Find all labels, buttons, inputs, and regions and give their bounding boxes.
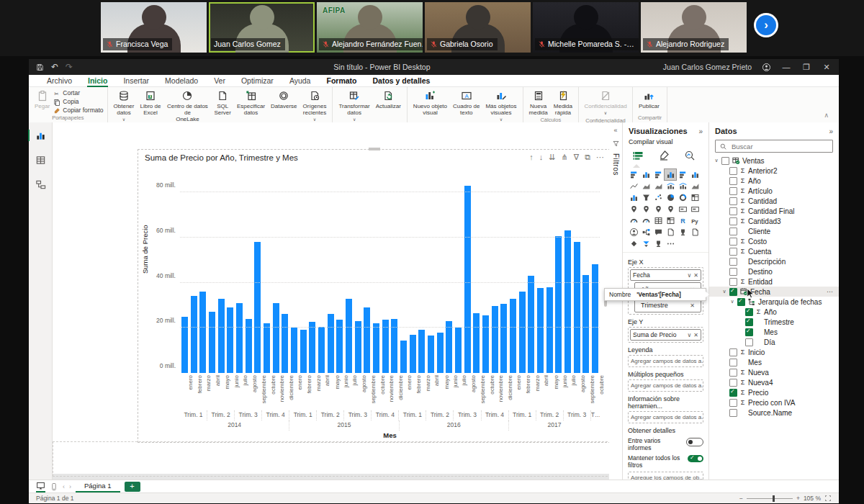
tree-row-entidad[interactable]: ΣEntidad <box>709 276 839 287</box>
field-checkbox[interactable] <box>729 228 737 235</box>
tree-row-día[interactable]: Día <box>709 337 839 347</box>
power-apps-visual-icon[interactable] <box>628 238 639 249</box>
ribbon-publicar-button[interactable]: Publicar <box>636 89 662 110</box>
ribbon-transformar-datos-button[interactable]: Transformardatos ∨ <box>336 89 372 124</box>
well-placeholder[interactable]: Agregar campos de datos a... <box>628 379 703 392</box>
bar[interactable] <box>418 330 425 373</box>
line-clustered-column-visual-icon[interactable] <box>677 181 688 192</box>
menu-tab-ver[interactable]: Ver <box>206 76 233 86</box>
well-placeholder[interactable]: Agregar campos de datos a... <box>628 355 703 367</box>
bar[interactable] <box>236 303 243 373</box>
filter-icon[interactable]: ∇ <box>574 153 579 162</box>
bar[interactable] <box>328 314 334 373</box>
bar[interactable] <box>455 328 462 373</box>
ribbon-orígenes-recientes-button[interactable]: Orígenesrecientes ∨ <box>301 89 329 124</box>
bar[interactable] <box>437 333 444 373</box>
bar[interactable] <box>510 299 516 374</box>
tree-row-inicio[interactable]: ΣInicio <box>709 347 839 357</box>
drill-down-icon[interactable]: ↓ <box>539 153 544 162</box>
ribbon-especificar-datos-button[interactable]: Especificardatos <box>235 89 267 117</box>
python-visual-icon[interactable]: Py <box>689 215 701 226</box>
field-checkbox[interactable] <box>729 288 737 296</box>
ribbon-nueva-medida-button[interactable]: Nuevamedida <box>527 89 550 117</box>
next-participants-button[interactable]: › <box>756 15 776 35</box>
bar[interactable] <box>482 315 489 373</box>
azure-map-visual-icon[interactable] <box>665 204 676 215</box>
more-options-icon[interactable]: ⋯ <box>827 288 839 295</box>
ribbon-obtener-datos-button[interactable]: Obtenerdatos ∨ <box>112 89 137 124</box>
field-checkbox[interactable] <box>729 399 737 407</box>
ribbon-actualizar-button[interactable]: Actualizar <box>374 89 403 110</box>
paginated-report-visual-icon[interactable] <box>689 227 701 238</box>
tree-row-nueva[interactable]: ΣNueva <box>709 367 839 377</box>
gauge-visual-icon[interactable] <box>640 215 652 226</box>
field-checkbox[interactable] <box>729 187 737 195</box>
field-checkbox[interactable] <box>729 348 737 356</box>
bar[interactable] <box>300 330 307 373</box>
field-checkbox[interactable] <box>729 207 737 215</box>
menu-tab-ayuda[interactable]: Ayuda <box>282 76 319 86</box>
more-options-icon[interactable]: ⋯ <box>596 153 604 162</box>
bar[interactable] <box>574 242 580 373</box>
line-visual-icon[interactable] <box>628 181 639 192</box>
zoom-out-icon[interactable]: − <box>739 495 743 502</box>
more-visual-icon[interactable] <box>665 238 676 249</box>
zoom-slider-knob[interactable] <box>773 495 775 502</box>
metrics-visual-icon[interactable] <box>677 227 688 238</box>
100-bar-visual-icon[interactable] <box>677 169 688 180</box>
area-visual-icon[interactable] <box>640 181 652 192</box>
tree-row-mes[interactable]: Mes <box>709 357 839 367</box>
tree-row-source-name[interactable]: Source.Name <box>709 408 839 418</box>
bar[interactable] <box>209 312 215 373</box>
field-checkbox[interactable] <box>729 359 737 366</box>
bar[interactable] <box>473 313 480 373</box>
participant-tile[interactable]: Alejandro Rodriguez <box>641 2 747 53</box>
add-page-button[interactable]: + <box>125 482 140 492</box>
field-pill[interactable]: Fecha∨✕ <box>630 269 701 281</box>
report-canvas[interactable]: Suma de Precio por Año, Trimestre y Mes … <box>53 122 609 480</box>
bar[interactable] <box>400 341 407 373</box>
tree-row-cliente[interactable]: Cliente <box>709 226 839 236</box>
goals-visual-icon[interactable] <box>652 238 664 249</box>
field-checkbox[interactable] <box>729 369 737 377</box>
pill-remove-icon[interactable]: ✕ <box>693 332 698 338</box>
ribbon-nuevo-objeto-visual-button[interactable]: Nuevo objetovisual <box>411 89 449 117</box>
expand-caret-icon[interactable]: ∨ <box>729 299 735 305</box>
bar[interactable] <box>428 336 434 373</box>
kpi-visual-icon[interactable] <box>628 215 639 226</box>
minimize-button[interactable]: — <box>781 63 791 71</box>
multi-row-card-visual-icon[interactable] <box>689 204 701 215</box>
bar[interactable] <box>336 320 343 373</box>
tree-row-precio[interactable]: ΣPrecio <box>709 387 839 397</box>
menu-tab-inicio[interactable]: Inicio <box>80 76 115 86</box>
scatter-visual-icon[interactable] <box>652 192 664 203</box>
pill-dropdown-icon[interactable]: ∨ <box>687 332 691 338</box>
field-checkbox[interactable] <box>745 338 753 346</box>
expand-caret-icon[interactable]: ∨ <box>721 289 727 294</box>
drag-handle-top[interactable] <box>369 148 380 150</box>
expand-caret-icon[interactable]: ∨ <box>714 158 719 163</box>
bar[interactable] <box>592 264 598 373</box>
bar[interactable] <box>218 299 225 374</box>
bar[interactable] <box>282 314 288 373</box>
menu-tab-insertar[interactable]: Insertar <box>115 76 157 86</box>
desktop-layout-icon[interactable] <box>36 481 45 492</box>
participant-tile[interactable]: Gabriela Osorio <box>425 2 531 53</box>
search-input[interactable] <box>730 142 829 151</box>
pill-remove-icon[interactable]: ✕ <box>693 272 698 279</box>
bar[interactable] <box>254 242 261 373</box>
menu-tab-datos-y-detalles[interactable]: Datos y detalles <box>364 76 438 86</box>
ribbon-cuadro-de-texto-button[interactable]: ACuadro detexto <box>451 89 482 117</box>
mobile-layout-icon[interactable] <box>50 482 58 491</box>
donut-visual-icon[interactable] <box>677 192 688 203</box>
ribbon-dataverse-button[interactable]: Dataverse <box>269 89 299 110</box>
bar[interactable] <box>318 327 325 373</box>
bar[interactable] <box>264 323 270 373</box>
treemap-visual-icon[interactable] <box>689 192 701 203</box>
tree-row-ventas[interactable]: ∨Ventas <box>709 156 839 166</box>
close-button[interactable]: ✕ <box>822 63 832 72</box>
field-well[interactable]: Suma de Precio∨✕ <box>628 327 703 343</box>
menu-tab-optimizar[interactable]: Optimizar <box>233 76 282 86</box>
matrix-visual-icon[interactable] <box>665 215 676 226</box>
participant-tile[interactable]: Michelle Pomareda S. -… <box>533 2 639 53</box>
